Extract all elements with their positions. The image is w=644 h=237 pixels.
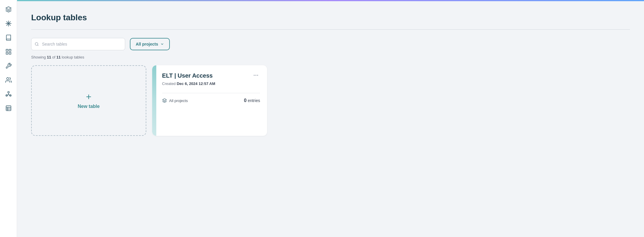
svg-point-24 [257, 75, 258, 76]
svg-rect-8 [6, 52, 8, 54]
svg-rect-6 [9, 49, 11, 51]
divider [31, 29, 630, 30]
card-entries: 0 entries [244, 98, 260, 103]
sidebar [0, 0, 17, 237]
page-title: Lookup tables [31, 13, 630, 22]
card-menu-button[interactable] [252, 72, 260, 78]
diagram-icon[interactable] [3, 88, 14, 100]
card-project: All projects [162, 98, 188, 103]
card-created-date: Dec 6, 2024 12:57 AM [177, 81, 215, 86]
all-projects-button[interactable]: All projects [130, 38, 170, 50]
card-created: Created Dec 6, 2024 12:57 AM [162, 81, 260, 86]
main-area: Lookup tables All projects Showing [17, 0, 644, 237]
search-input[interactable] [31, 38, 125, 50]
search-row: All projects [31, 38, 630, 50]
book-icon[interactable] [3, 32, 14, 44]
wrench-icon[interactable] [3, 60, 14, 72]
card-entries-label: entries [248, 98, 260, 103]
showing-text: Showing 11 of 11 lookup tables [31, 55, 630, 59]
new-table-card[interactable]: + New table [31, 65, 146, 136]
search-container [31, 38, 125, 50]
people-icon[interactable] [3, 74, 14, 86]
content-area: Lookup tables All projects Showing [17, 1, 644, 237]
new-table-label: New table [78, 104, 100, 109]
card-title: ELT | User Access [162, 72, 213, 79]
card-body: ELT | User Access Created Dec 6, 2024 12… [156, 65, 267, 136]
showing-current: 11 [47, 55, 51, 59]
card-entries-count: 0 [244, 98, 246, 103]
cards-grid: + New table ELT | User Access [31, 65, 630, 136]
layers-icon[interactable] [3, 4, 14, 15]
svg-rect-7 [9, 52, 11, 54]
table-icon[interactable] [3, 102, 14, 114]
asterisk-icon[interactable] [3, 18, 14, 29]
card-divider [162, 93, 260, 93]
card-footer: All projects 0 entries [162, 98, 260, 103]
svg-rect-5 [6, 49, 8, 51]
all-projects-label: All projects [136, 42, 158, 46]
showing-total: 11 [56, 55, 61, 59]
search-icon [35, 42, 39, 46]
svg-marker-0 [6, 7, 11, 9]
svg-point-22 [254, 75, 255, 76]
showing-prefix: Showing [31, 55, 47, 59]
card-accent [152, 65, 156, 136]
svg-point-9 [6, 78, 9, 80]
showing-middle: of [51, 55, 56, 59]
card-project-label: All projects [169, 99, 188, 103]
svg-marker-25 [162, 99, 166, 101]
showing-suffix: lookup tables [61, 55, 84, 59]
card-header: ELT | User Access [162, 72, 260, 79]
new-table-plus-icon: + [86, 92, 91, 101]
svg-point-23 [256, 75, 256, 76]
svg-rect-16 [6, 106, 11, 111]
grid-icon[interactable] [3, 46, 14, 58]
table-row[interactable]: ELT | User Access Created Dec 6, 2024 12… [152, 65, 267, 136]
svg-line-21 [38, 45, 38, 46]
